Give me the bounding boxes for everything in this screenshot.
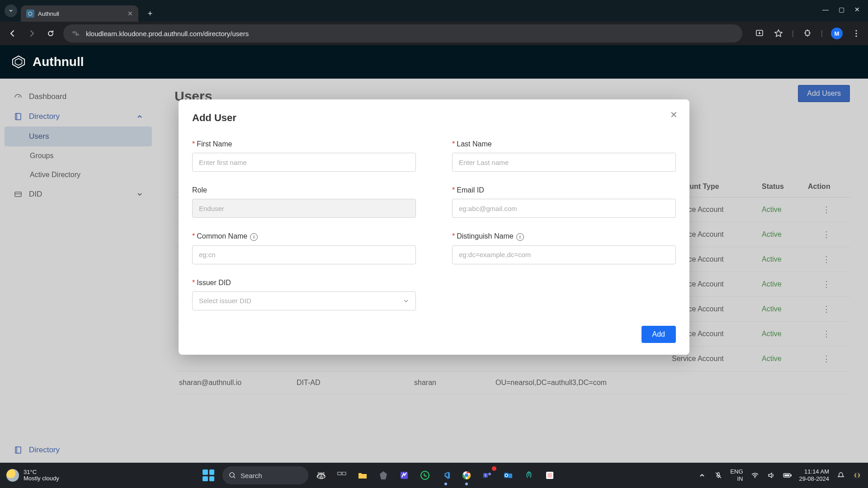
email-input[interactable] <box>452 199 676 218</box>
install-app-icon[interactable] <box>754 28 765 39</box>
svg-point-21 <box>488 473 491 475</box>
search-placeholder: Search <box>241 472 262 479</box>
back-button[interactable] <box>6 27 19 40</box>
last-name-input[interactable] <box>452 153 676 172</box>
label-text: First Name <box>197 140 232 148</box>
extensions-icon[interactable] <box>802 28 813 39</box>
weather-icon <box>6 469 19 482</box>
first-name-input[interactable] <box>192 153 416 172</box>
label-text: Common Name <box>197 232 247 240</box>
browser-toolbar: kloudlearn.kloudone.prod.authnull.com/di… <box>0 22 868 45</box>
lang-line2: IN <box>737 475 743 483</box>
svg-point-11 <box>230 473 234 477</box>
label-role: Role <box>192 186 416 194</box>
minimize-icon[interactable]: ― <box>822 6 829 13</box>
field-email: *Email ID <box>452 186 676 218</box>
copilot-icon[interactable] <box>853 471 862 480</box>
url-text: kloudlearn.kloudone.prod.authnull.com/di… <box>86 30 249 38</box>
add-user-modal: Add User ✕ *First Name *Last Name Role *… <box>179 99 689 355</box>
svg-rect-24 <box>509 474 512 478</box>
common-name-input[interactable] <box>192 245 416 264</box>
taskbar-app-explorer[interactable] <box>354 467 371 483</box>
svg-rect-13 <box>342 472 346 475</box>
label-distinguish-name: *Distinguish Namei <box>452 232 676 241</box>
tray-overflow-icon[interactable] <box>698 471 707 480</box>
label-email: *Email ID <box>452 186 676 194</box>
taskbar-app-teams[interactable]: T <box>479 467 495 483</box>
profile-avatar[interactable]: M <box>831 28 843 39</box>
svg-marker-14 <box>380 471 387 479</box>
taskbar-app-snip[interactable] <box>542 467 558 483</box>
window-controls: ― ▢ ✕ <box>822 6 868 13</box>
svg-marker-6 <box>13 56 24 68</box>
field-role: Role <box>192 186 416 218</box>
label-text: Email ID <box>457 186 484 194</box>
app-body: Dashboard Directory Users Groups Active … <box>0 79 868 463</box>
label-issuer-did: *Issuer DID <box>192 279 416 287</box>
svg-point-28 <box>755 477 755 478</box>
mic-muted-icon[interactable] <box>714 471 723 480</box>
new-tab-button[interactable]: + <box>143 6 157 21</box>
label-text: Last Name <box>457 140 491 148</box>
svg-rect-1 <box>76 34 79 35</box>
taskbar-weather[interactable]: 31°C Mostly cloudy <box>6 469 59 482</box>
windows-taskbar: 31°C Mostly cloudy Search 🦝 T ENG IN <box>0 463 868 488</box>
battery-icon[interactable] <box>783 471 792 480</box>
app-header: Authnull <box>0 45 868 79</box>
system-tray: ENG IN 11:14 AM 29-08-2024 <box>698 468 862 482</box>
modal-overlay[interactable]: Add User ✕ *First Name *Last Name Role *… <box>0 79 868 463</box>
taskbar-app-outlook[interactable] <box>500 467 516 483</box>
taskbar-app-vscode[interactable] <box>438 467 454 483</box>
info-icon[interactable]: i <box>250 233 258 241</box>
svg-point-18 <box>465 474 468 477</box>
browser-titlebar: ⬡ Authnull ✕ + ― ▢ ✕ <box>0 0 868 22</box>
taskbar-app-taskview[interactable] <box>334 467 350 483</box>
chrome-menu-icon[interactable] <box>851 28 862 39</box>
forward-button[interactable] <box>25 27 38 40</box>
taskbar-app-obsidian[interactable] <box>375 467 392 483</box>
role-input <box>192 199 416 218</box>
svg-point-4 <box>855 33 857 34</box>
separator: | <box>792 29 794 38</box>
tab-search-button[interactable] <box>5 5 17 17</box>
clock-date: 29-08-2024 <box>799 475 830 483</box>
modal-close-icon[interactable]: ✕ <box>670 109 678 120</box>
taskbar-search[interactable]: Search <box>222 466 308 484</box>
reload-button[interactable] <box>44 27 57 40</box>
taskbar-app-gitkraken[interactable] <box>521 467 537 483</box>
svg-marker-7 <box>15 59 22 66</box>
favicon-icon: ⬡ <box>26 9 34 18</box>
modal-title: Add User <box>192 112 676 124</box>
taskbar-app-chrome[interactable] <box>458 467 475 483</box>
field-first-name: *First Name <box>192 140 416 172</box>
app-logo-icon <box>12 55 25 69</box>
app-name: Authnull <box>33 55 84 69</box>
browser-tab[interactable]: ⬡ Authnull ✕ <box>21 5 138 22</box>
svg-rect-26 <box>547 473 552 478</box>
clock[interactable]: 11:14 AM 29-08-2024 <box>799 468 830 482</box>
start-button[interactable] <box>199 466 218 485</box>
field-issuer-did: *Issuer DID Select issuer DID <box>192 279 416 310</box>
svg-point-3 <box>855 30 857 31</box>
close-icon[interactable]: ✕ <box>854 6 860 13</box>
issuer-did-select[interactable]: Select issuer DID <box>192 291 416 310</box>
taskbar-app-manifold[interactable] <box>396 467 412 483</box>
notifications-icon[interactable] <box>836 471 845 480</box>
bookmark-icon[interactable] <box>773 28 784 39</box>
label-last-name: *Last Name <box>452 140 676 148</box>
site-info-icon[interactable] <box>71 29 80 38</box>
add-button[interactable]: Add <box>642 326 676 343</box>
language-indicator[interactable]: ENG IN <box>730 468 743 482</box>
label-first-name: *First Name <box>192 140 416 148</box>
address-bar[interactable]: kloudlearn.kloudone.prod.authnull.com/di… <box>63 24 742 42</box>
taskbar-app-whatsapp[interactable] <box>417 467 433 483</box>
maximize-icon[interactable]: ▢ <box>839 6 844 13</box>
tab-close-icon[interactable]: ✕ <box>127 10 133 17</box>
field-distinguish-name: *Distinguish Namei <box>452 232 676 264</box>
label-text: Distinguish Name <box>457 232 513 240</box>
wifi-icon[interactable] <box>750 471 760 480</box>
distinguish-name-input[interactable] <box>452 245 676 264</box>
volume-icon[interactable] <box>767 471 776 480</box>
taskbar-app-misc[interactable]: 🦝 <box>313 467 329 483</box>
info-icon[interactable]: i <box>516 233 524 241</box>
